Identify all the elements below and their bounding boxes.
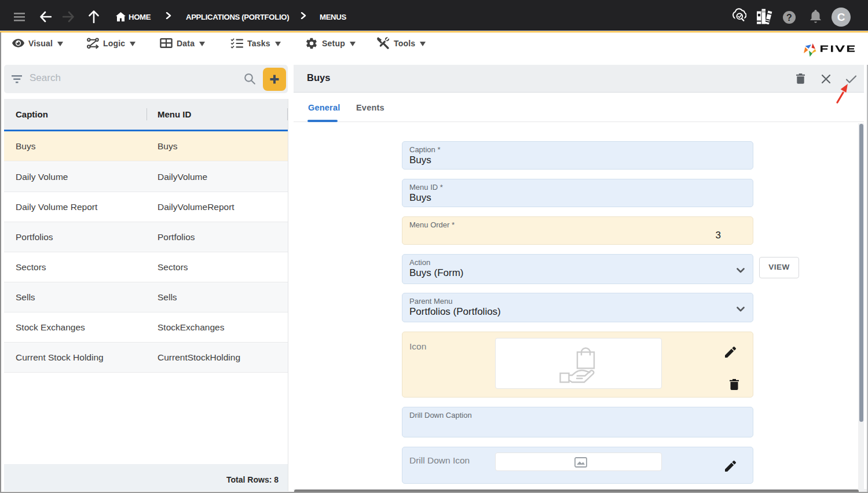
svg-text:?: ?	[786, 13, 792, 23]
